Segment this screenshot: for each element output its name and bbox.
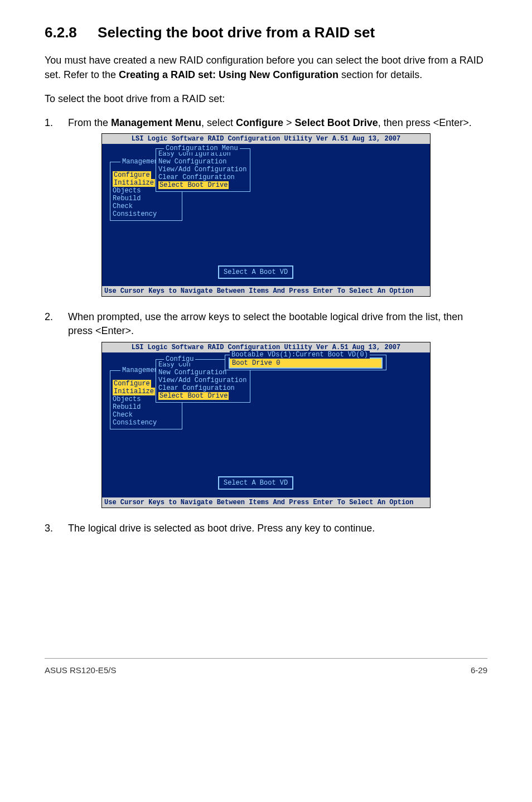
- intro-paragraph-2: To select the boot drive from a RAID set…: [45, 92, 487, 106]
- step-3-text: The logical drive is selected as boot dr…: [68, 521, 487, 535]
- step-1: 1. From the Management Menu, select Conf…: [45, 116, 487, 297]
- mgmt-item-rebuild[interactable]: Rebuild: [113, 195, 180, 202]
- cfg-item-clear[interactable]: Clear Configuration: [158, 173, 248, 181]
- step-3-number: 3.: [45, 521, 68, 535]
- cfg-item-select-boot[interactable]: Select Boot Drive: [158, 181, 229, 189]
- bios-screenshot-1: LSI Logic Software RAID Configuration Ut…: [101, 133, 431, 297]
- cfg-item-new[interactable]: New Configuration: [158, 158, 248, 166]
- cfg-item-view[interactable]: View/Add Configuration: [158, 166, 248, 173]
- section-number: 6.2.8: [45, 22, 77, 42]
- step-1-number: 1.: [45, 116, 68, 130]
- step-2-text: When prompted, use the arrow keys to sel…: [68, 310, 487, 338]
- mgmt-item-rebuild-2[interactable]: Rebuild: [113, 403, 180, 411]
- select-boot-vd-box: Select A Boot VD: [218, 265, 293, 279]
- mgmt-item-initialize-2[interactable]: Initialize: [113, 388, 155, 395]
- configuration-label-short: Configu: [164, 355, 195, 363]
- intro-paragraph-1: You must have created a new RAID configu…: [45, 54, 487, 81]
- bios-screenshot-2: LSI Logic Software RAID Configuration Ut…: [101, 342, 431, 508]
- cfg-item-view-2[interactable]: View/Add Configuration: [158, 376, 248, 384]
- mgmt-item-check[interactable]: Check Consistency: [113, 202, 180, 218]
- page-footer: ASUS RS120-E5/S 6-29: [45, 658, 487, 676]
- section-title: Selecting the boot drive from a RAID set: [98, 24, 375, 41]
- configuration-menu-box: Configuration Menu Easy Configuration Ne…: [156, 148, 250, 192]
- mgmt-item-configure-2[interactable]: Configure: [113, 380, 151, 388]
- mgmt-item-check-2[interactable]: Check Consistency: [113, 411, 180, 427]
- boot-drive-0[interactable]: Boot Drive 0: [229, 357, 383, 369]
- bootable-vds-label: Bootable VDs(1):Current Boot VD(0): [230, 351, 370, 359]
- configuration-label: Configuration Menu: [164, 144, 240, 152]
- step-1-text: From the Management Menu, select Configu…: [68, 116, 487, 130]
- ref-creating-raid: Creating a RAID set: Using New Configura…: [119, 69, 338, 80]
- section-heading: 6.2.8 Selecting the boot drive from a RA…: [45, 22, 487, 42]
- footer-left: ASUS RS120-E5/S: [45, 664, 116, 676]
- mgmt-item-initialize[interactable]: Initialize: [113, 179, 155, 187]
- bios-footer-2: Use Cursor Keys to Navigate Between Item…: [102, 497, 430, 508]
- step-3: 3. The logical drive is selected as boot…: [45, 521, 487, 535]
- step-2-number: 2.: [45, 310, 68, 338]
- bootable-vds-box: Bootable VDs(1):Current Boot VD(0) Boot …: [225, 355, 386, 370]
- select-boot-vd-box-2: Select A Boot VD: [218, 476, 293, 490]
- cfg-item-clear-2[interactable]: Clear Configuration: [158, 384, 248, 392]
- mgmt-item-configure[interactable]: Configure: [113, 171, 151, 179]
- footer-right: 6-29: [471, 664, 487, 676]
- bios-footer: Use Cursor Keys to Navigate Between Item…: [102, 286, 430, 296]
- step-2: 2. When prompted, use the arrow keys to …: [45, 310, 487, 508]
- cfg-item-select-boot-2[interactable]: Select Boot Drive: [158, 392, 229, 400]
- bios-header: LSI Logic Software RAID Configuration Ut…: [102, 134, 430, 144]
